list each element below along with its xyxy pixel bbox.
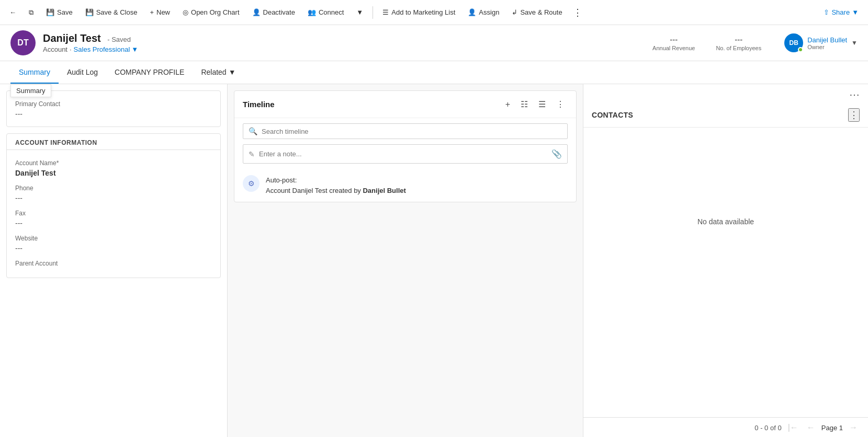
org-chart-icon: ◎ [183, 8, 188, 16]
owner-avatar: DB [784, 33, 803, 52]
left-panel: Primary Contact --- ACCOUNT INFORMATION … [0, 84, 228, 437]
new-button[interactable]: + New [144, 5, 175, 19]
search-input[interactable] [262, 128, 562, 135]
timeline-filter-button[interactable]: ☷ [517, 97, 531, 111]
nav-tabs: Summary Summary Audit Log COMPANY PROFIL… [0, 61, 868, 84]
note-input[interactable] [259, 150, 547, 158]
phone-label: Phone [15, 185, 212, 192]
pencil-icon: ✎ [249, 150, 255, 158]
pagination-first-button[interactable]: |← [786, 422, 801, 433]
autopost-icon: ⚙ [243, 175, 260, 192]
save-route-icon: ↲ [512, 8, 517, 16]
related-chevron-icon: ▼ [229, 68, 236, 76]
record-title-area: Danijel Test - Saved Account · Sales Pro… [43, 32, 645, 53]
contacts-header: CONTACTS ⋮ [583, 103, 868, 128]
timeline-more-button[interactable]: ⋮ [553, 97, 568, 111]
subtitle-dot: · [70, 45, 72, 53]
main-content: Primary Contact --- ACCOUNT INFORMATION … [0, 84, 868, 437]
middle-panel: Timeline + ☷ ☰ ⋮ 🔍 ✎ 📎 ⚙ Auto-post: Acco… [228, 84, 583, 437]
pagination-bar: 0 - 0 of 0 |← ← Page 1 → [583, 417, 868, 437]
timeline-autopost: ⚙ Auto-post: Account Danijel Test create… [234, 169, 576, 202]
parent-account-label: Parent Account [15, 260, 212, 267]
org-chart-button[interactable]: ◎ Open Org Chart [177, 5, 245, 19]
header-fields: --- Annual Revenue --- No. of Employees [652, 35, 761, 51]
account-name-value: Danijel Test [15, 169, 212, 177]
deactivate-icon: 👤 [252, 8, 261, 16]
save-icon: 💾 [46, 8, 54, 16]
assign-button[interactable]: 👤 Assign [463, 5, 504, 19]
record-header: DT Danijel Test - Saved Account · Sales … [0, 25, 868, 61]
back-button[interactable]: ← [4, 5, 21, 19]
share-button[interactable]: ⇧ Share ▼ [818, 5, 864, 19]
tab-audit-log[interactable]: Audit Log [59, 61, 106, 84]
pagination-next-button[interactable]: → [847, 422, 860, 433]
right-top-dots: ⋯ [583, 84, 868, 103]
contacts-title: CONTACTS [592, 111, 848, 119]
toolbar: ← ⧉ 💾 Save 💾 Save & Close + New ◎ Open O… [0, 0, 868, 25]
fax-label: Fax [15, 210, 212, 217]
timeline-header: Timeline + ☷ ☰ ⋮ [234, 91, 576, 118]
owner-section[interactable]: DB Danijel Bullet Owner ▼ [784, 33, 858, 52]
owner-chevron-icon[interactable]: ▼ [851, 39, 858, 47]
marketing-list-icon: ☰ [382, 8, 389, 16]
tab-summary[interactable]: Summary Summary [10, 61, 59, 84]
pagination-count: 0 - 0 of 0 [754, 424, 781, 432]
save-button[interactable]: 💾 Save [41, 5, 78, 19]
toolbar-divider [373, 6, 373, 19]
record-title: Danijel Test - Saved [43, 32, 645, 44]
connect-button[interactable]: 👥 Connect [302, 5, 349, 19]
contacts-section: CONTACTS ⋮ No data available [583, 103, 868, 417]
primary-contact-value: --- [15, 110, 212, 118]
right-panel-more-button[interactable]: ⋯ [849, 88, 860, 101]
status-dot [798, 47, 803, 52]
pagination-prev-button[interactable]: ← [805, 422, 817, 433]
right-panel: ⋯ CONTACTS ⋮ No data available 0 - 0 of … [583, 84, 868, 437]
phone-value: --- [15, 194, 212, 202]
search-icon: 🔍 [249, 127, 257, 135]
deactivate-button[interactable]: 👤 Deactivate [247, 5, 300, 19]
record-subtitle: Account · Sales Professional ▼ [43, 45, 645, 53]
save-close-button[interactable]: 💾 Save & Close [80, 5, 143, 19]
save-route-button[interactable]: ↲ Save & Route [506, 5, 567, 19]
page-label: Page 1 [821, 424, 843, 432]
autopost-text: Auto-post: Account Danijel Test created … [266, 175, 406, 196]
connect-icon: 👥 [308, 8, 316, 16]
timeline-note-bar[interactable]: ✎ 📎 [243, 144, 568, 164]
record-type-link[interactable]: Sales Professional ▼ [74, 45, 139, 53]
new-icon: + [150, 8, 154, 16]
copy-button[interactable]: ⧉ [24, 5, 39, 20]
connect-dropdown-button[interactable]: ▼ [351, 5, 368, 19]
copy-icon: ⧉ [29, 8, 33, 17]
timeline-add-button[interactable]: + [502, 98, 513, 111]
clip-icon: 📎 [551, 149, 562, 159]
timeline-search-bar[interactable]: 🔍 [243, 123, 568, 139]
timeline-list-button[interactable]: ☰ [535, 97, 549, 111]
account-info-section-header: ACCOUNT INFORMATION [7, 134, 220, 150]
type-chevron-icon: ▼ [131, 45, 138, 53]
record-status: - Saved [107, 36, 131, 43]
avatar: DT [10, 30, 36, 55]
employees-field: --- No. of Employees [716, 35, 761, 51]
more-icon: ⋮ [573, 7, 582, 18]
contacts-more-button[interactable]: ⋮ [848, 108, 860, 122]
timeline-title: Timeline [243, 100, 498, 109]
annual-revenue-field: --- Annual Revenue [652, 35, 695, 51]
back-icon: ← [9, 8, 16, 16]
tab-related[interactable]: Related ▼ [193, 61, 244, 84]
fax-value: --- [15, 219, 212, 227]
account-name-label: Account Name* [15, 159, 212, 167]
account-info-body: Account Name* Danijel Test Phone --- Fax… [7, 150, 220, 278]
marketing-list-button[interactable]: ☰ Add to Marketing List [377, 5, 460, 19]
save-close-icon: 💾 [85, 8, 94, 16]
website-value: --- [15, 244, 212, 252]
chevron-down-icon: ▼ [356, 8, 363, 16]
tab-company-profile[interactable]: COMPANY PROFILE [106, 61, 193, 84]
no-data-label: No data available [583, 128, 868, 316]
share-icon: ⇧ [824, 8, 829, 16]
website-label: Website [15, 235, 212, 242]
more-button[interactable]: ⋮ [570, 4, 585, 21]
timeline-card: Timeline + ☷ ☰ ⋮ 🔍 ✎ 📎 ⚙ Auto-post: Acco… [234, 90, 577, 202]
assign-icon: 👤 [468, 8, 476, 16]
account-info-card: ACCOUNT INFORMATION Account Name* Danije… [6, 133, 221, 278]
primary-contact-label: Primary Contact [15, 100, 212, 108]
